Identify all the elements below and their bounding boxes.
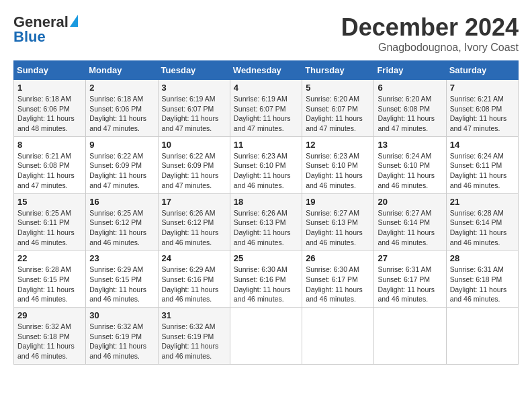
day-number: 15 — [17, 197, 82, 207]
day-info: Sunrise: 6:29 AM Sunset: 6:16 PM Dayligh… — [162, 265, 226, 304]
day-number: 18 — [234, 197, 298, 207]
calendar-cell: 21Sunrise: 6:28 AM Sunset: 6:14 PM Dayli… — [446, 193, 518, 250]
day-info: Sunrise: 6:32 AM Sunset: 6:18 PM Dayligh… — [17, 322, 82, 361]
day-info: Sunrise: 6:20 AM Sunset: 6:08 PM Dayligh… — [378, 94, 442, 134]
day-number: 16 — [89, 197, 154, 207]
logo-triangle-icon — [70, 15, 78, 27]
weekday-header-friday: Friday — [374, 61, 446, 80]
day-number: 3 — [162, 83, 226, 93]
calendar-cell: 12Sunrise: 6:23 AM Sunset: 6:10 PM Dayli… — [302, 136, 374, 193]
calendar-cell: 20Sunrise: 6:27 AM Sunset: 6:14 PM Dayli… — [374, 193, 446, 250]
day-number: 13 — [378, 140, 442, 150]
calendar-cell: 1Sunrise: 6:18 AM Sunset: 6:06 PM Daylig… — [14, 80, 86, 137]
calendar-cell: 27Sunrise: 6:31 AM Sunset: 6:17 PM Dayli… — [374, 250, 446, 308]
day-number: 8 — [17, 140, 82, 150]
day-number: 9 — [89, 140, 154, 150]
day-number: 17 — [162, 197, 226, 207]
day-info: Sunrise: 6:21 AM Sunset: 6:08 PM Dayligh… — [450, 94, 515, 134]
calendar-cell: 4Sunrise: 6:19 AM Sunset: 6:07 PM Daylig… — [230, 80, 302, 137]
calendar-cell — [374, 308, 446, 365]
calendar-cell: 25Sunrise: 6:30 AM Sunset: 6:16 PM Dayli… — [230, 250, 302, 308]
day-info: Sunrise: 6:24 AM Sunset: 6:11 PM Dayligh… — [450, 151, 515, 191]
logo: General Blue — [13, 13, 78, 46]
calendar-cell — [302, 308, 374, 365]
title-area: December 2024 Gnagbodougnoa, Ivory Coast — [341, 13, 519, 54]
day-info: Sunrise: 6:26 AM Sunset: 6:12 PM Dayligh… — [162, 208, 226, 248]
page-header: General Blue December 2024 Gnagbodougnoa… — [13, 13, 519, 54]
calendar-cell: 6Sunrise: 6:20 AM Sunset: 6:08 PM Daylig… — [374, 80, 446, 137]
day-number: 21 — [450, 197, 515, 207]
day-info: Sunrise: 6:28 AM Sunset: 6:14 PM Dayligh… — [450, 208, 515, 248]
day-info: Sunrise: 6:30 AM Sunset: 6:16 PM Dayligh… — [234, 265, 298, 304]
calendar-cell: 2Sunrise: 6:18 AM Sunset: 6:06 PM Daylig… — [86, 80, 158, 137]
calendar-cell — [230, 308, 302, 365]
calendar-cell: 14Sunrise: 6:24 AM Sunset: 6:11 PM Dayli… — [446, 136, 518, 193]
day-info: Sunrise: 6:24 AM Sunset: 6:10 PM Dayligh… — [378, 151, 442, 191]
day-info: Sunrise: 6:23 AM Sunset: 6:10 PM Dayligh… — [234, 151, 298, 191]
day-number: 10 — [162, 140, 226, 150]
day-info: Sunrise: 6:20 AM Sunset: 6:07 PM Dayligh… — [306, 94, 370, 134]
calendar-cell — [446, 308, 518, 365]
calendar-cell: 28Sunrise: 6:31 AM Sunset: 6:18 PM Dayli… — [446, 250, 518, 308]
weekday-header-monday: Monday — [86, 61, 158, 80]
day-info: Sunrise: 6:22 AM Sunset: 6:09 PM Dayligh… — [89, 151, 154, 191]
day-number: 23 — [89, 253, 154, 263]
day-number: 1 — [17, 83, 82, 93]
day-info: Sunrise: 6:18 AM Sunset: 6:06 PM Dayligh… — [17, 94, 82, 134]
day-number: 6 — [378, 83, 442, 93]
weekday-header-sunday: Sunday — [14, 61, 86, 80]
day-number: 2 — [89, 83, 154, 93]
weekday-header-tuesday: Tuesday — [158, 61, 230, 80]
day-info: Sunrise: 6:32 AM Sunset: 6:19 PM Dayligh… — [162, 322, 226, 361]
weekday-header-row: SundayMondayTuesdayWednesdayThursdayFrid… — [14, 61, 519, 80]
day-info: Sunrise: 6:27 AM Sunset: 6:13 PM Dayligh… — [306, 208, 370, 248]
day-number: 27 — [378, 253, 442, 263]
calendar-week-5: 29Sunrise: 6:32 AM Sunset: 6:18 PM Dayli… — [14, 308, 519, 365]
calendar-cell: 11Sunrise: 6:23 AM Sunset: 6:10 PM Dayli… — [230, 136, 302, 193]
day-number: 7 — [450, 83, 515, 93]
calendar-cell: 10Sunrise: 6:22 AM Sunset: 6:09 PM Dayli… — [158, 136, 230, 193]
day-info: Sunrise: 6:25 AM Sunset: 6:12 PM Dayligh… — [89, 208, 154, 248]
calendar-cell: 15Sunrise: 6:25 AM Sunset: 6:11 PM Dayli… — [14, 193, 86, 250]
day-number: 30 — [89, 310, 154, 320]
day-number: 31 — [162, 310, 226, 320]
day-info: Sunrise: 6:21 AM Sunset: 6:08 PM Dayligh… — [17, 151, 82, 191]
calendar-week-4: 22Sunrise: 6:28 AM Sunset: 6:15 PM Dayli… — [14, 250, 519, 308]
day-number: 4 — [234, 83, 298, 93]
day-info: Sunrise: 6:19 AM Sunset: 6:07 PM Dayligh… — [234, 94, 298, 134]
day-info: Sunrise: 6:29 AM Sunset: 6:15 PM Dayligh… — [89, 265, 154, 304]
day-number: 28 — [450, 253, 515, 263]
calendar-week-3: 15Sunrise: 6:25 AM Sunset: 6:11 PM Dayli… — [14, 193, 519, 250]
weekday-header-thursday: Thursday — [302, 61, 374, 80]
calendar-cell: 17Sunrise: 6:26 AM Sunset: 6:12 PM Dayli… — [158, 193, 230, 250]
calendar-table: SundayMondayTuesdayWednesdayThursdayFrid… — [13, 60, 519, 365]
calendar-cell: 9Sunrise: 6:22 AM Sunset: 6:09 PM Daylig… — [86, 136, 158, 193]
day-info: Sunrise: 6:23 AM Sunset: 6:10 PM Dayligh… — [306, 151, 370, 191]
day-info: Sunrise: 6:27 AM Sunset: 6:14 PM Dayligh… — [378, 208, 442, 248]
calendar-cell: 26Sunrise: 6:30 AM Sunset: 6:17 PM Dayli… — [302, 250, 374, 308]
day-info: Sunrise: 6:31 AM Sunset: 6:18 PM Dayligh… — [450, 265, 515, 304]
calendar-cell: 18Sunrise: 6:26 AM Sunset: 6:13 PM Dayli… — [230, 193, 302, 250]
calendar-cell: 7Sunrise: 6:21 AM Sunset: 6:08 PM Daylig… — [446, 80, 518, 137]
day-number: 26 — [306, 253, 370, 263]
day-number: 25 — [234, 253, 298, 263]
calendar-cell: 19Sunrise: 6:27 AM Sunset: 6:13 PM Dayli… — [302, 193, 374, 250]
day-number: 29 — [17, 310, 82, 320]
weekday-header-saturday: Saturday — [446, 61, 518, 80]
day-info: Sunrise: 6:22 AM Sunset: 6:09 PM Dayligh… — [162, 151, 226, 191]
day-number: 11 — [234, 140, 298, 150]
day-number: 5 — [306, 83, 370, 93]
day-info: Sunrise: 6:19 AM Sunset: 6:07 PM Dayligh… — [162, 94, 226, 134]
day-info: Sunrise: 6:30 AM Sunset: 6:17 PM Dayligh… — [306, 265, 370, 304]
month-title: December 2024 — [341, 13, 519, 42]
calendar-cell: 23Sunrise: 6:29 AM Sunset: 6:15 PM Dayli… — [86, 250, 158, 308]
calendar-week-1: 1Sunrise: 6:18 AM Sunset: 6:06 PM Daylig… — [14, 80, 519, 137]
day-info: Sunrise: 6:31 AM Sunset: 6:17 PM Dayligh… — [378, 265, 442, 304]
day-number: 19 — [306, 197, 370, 207]
calendar-cell: 31Sunrise: 6:32 AM Sunset: 6:19 PM Dayli… — [158, 308, 230, 365]
day-number: 12 — [306, 140, 370, 150]
day-number: 22 — [17, 253, 82, 263]
calendar-cell: 5Sunrise: 6:20 AM Sunset: 6:07 PM Daylig… — [302, 80, 374, 137]
weekday-header-wednesday: Wednesday — [230, 61, 302, 80]
location-text: Gnagbodougnoa, Ivory Coast — [341, 42, 519, 54]
